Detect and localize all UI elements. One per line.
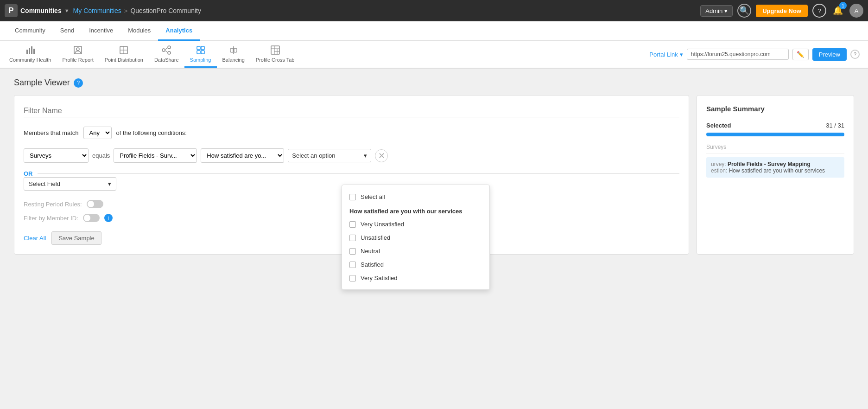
dropdown-group-label: How satisfied are you with our services <box>342 204 489 217</box>
filter-member-label: Filter by Member ID: <box>24 215 78 222</box>
nav-send[interactable]: Send <box>53 21 82 41</box>
survey-question: How satisfied are you with our services <box>729 167 825 174</box>
satisfied-label: Satisfied <box>361 261 384 268</box>
top-bar-right: Admin ▾ 🔍 Upgrade Now ? 🔔 1 A <box>700 4 863 18</box>
survey-name: Profile Fields - Survey Mapping <box>728 161 811 167</box>
condition-row: Surveys equals Profile Fields - Surv... … <box>24 148 679 163</box>
analytics-profile-report[interactable]: Profile Report <box>57 41 99 68</box>
preview-help-icon[interactable]: ? <box>850 50 860 59</box>
svg-rect-1 <box>29 48 30 54</box>
dropdown-popup-inner: Select all How satisfied are you with ou… <box>342 185 489 289</box>
very-unsatisfied-checkbox[interactable] <box>349 221 356 228</box>
svg-rect-17 <box>201 51 204 54</box>
nav-incentive[interactable]: Incentive <box>82 21 120 41</box>
page-title-row: Sample Viewer ? <box>14 78 854 88</box>
breadcrumb-sep: > <box>124 7 128 14</box>
svg-point-5 <box>76 48 79 51</box>
svg-line-13 <box>165 51 168 52</box>
filter-member-help-icon[interactable]: i <box>104 214 113 222</box>
dropdown-option-unsatisfied[interactable]: Unsatisfied <box>342 231 489 244</box>
dropdown-option-neutral[interactable]: Neutral <box>342 244 489 258</box>
search-button[interactable]: 🔍 <box>737 4 751 18</box>
condition-equals-label: equals <box>92 152 110 159</box>
svg-rect-14 <box>197 46 200 50</box>
dropdown-select-all[interactable]: Select all <box>342 190 489 204</box>
satisfied-checkbox[interactable] <box>349 262 356 268</box>
breadcrumb: My Communities > QuestionPro Community <box>73 7 201 14</box>
admin-button[interactable]: Admin ▾ <box>700 5 733 17</box>
very-satisfied-label: Very Satisfied <box>361 275 398 281</box>
brand-chevron-icon: ▼ <box>64 8 70 13</box>
analytics-sampling[interactable]: Sampling <box>184 41 217 68</box>
notification-badge: 1 <box>839 2 847 9</box>
condition-field3-select[interactable]: How satisfied are yo... <box>201 148 284 163</box>
nav-community[interactable]: Community <box>7 21 53 41</box>
save-sample-button[interactable]: Save Sample <box>51 231 101 245</box>
dropdown-option-very-unsatisfied[interactable]: Very Unsatisfied <box>342 217 489 231</box>
match-row: Members that match Any All of the follow… <box>24 127 679 139</box>
dropdown-option-very-satisfied[interactable]: Very Satisfied <box>342 271 489 285</box>
brand: P Communities ▼ <box>5 4 70 17</box>
match-suffix: of the following conditions: <box>116 129 187 136</box>
analytics-community-health[interactable]: Community Health <box>4 41 57 68</box>
svg-rect-16 <box>197 51 200 54</box>
sampling-icon <box>196 45 206 55</box>
analytics-point-distribution[interactable]: Point Distribution <box>99 41 149 68</box>
point-distribution-icon <box>119 45 129 55</box>
preview-label: Preview <box>819 51 840 58</box>
remove-condition-button[interactable]: ✕ <box>375 149 388 162</box>
select-field-label: Select Field <box>29 180 60 187</box>
select-all-checkbox[interactable] <box>349 194 356 200</box>
upgrade-button[interactable]: Upgrade Now <box>756 5 808 17</box>
selected-count: 31 / 31 <box>826 122 844 129</box>
unsatisfied-label: Unsatisfied <box>361 234 390 241</box>
save-sample-label: Save Sample <box>58 235 94 242</box>
condition-option-dropdown[interactable]: Select an option ▾ <box>288 149 371 162</box>
notification-button[interactable]: 🔔 1 <box>831 4 845 18</box>
survey-tag-question: estion: How satisfied are you with our s… <box>711 167 840 174</box>
neutral-label: Neutral <box>361 248 380 255</box>
analytics-datashare[interactable]: DataShare <box>149 41 184 68</box>
sample-summary-title: Sample Summary <box>706 105 844 113</box>
resting-period-toggle[interactable] <box>87 200 103 208</box>
analytics-tools: Community Health Profile Report Point Di… <box>4 41 649 68</box>
nav-modules[interactable]: Modules <box>120 21 158 41</box>
sample-panel: Sample Summary Selected 31 / 31 Surveys … <box>697 95 854 255</box>
edit-portal-link-button[interactable]: ✏️ <box>792 49 809 60</box>
clear-all-button[interactable]: Clear All <box>24 235 46 242</box>
page-help-icon[interactable]: ? <box>74 78 83 88</box>
portal-link-button[interactable]: Portal Link ▾ <box>649 51 683 58</box>
breadcrumb-my-communities[interactable]: My Communities <box>73 7 121 14</box>
page-title: Sample Viewer <box>14 78 70 88</box>
select-field-dropdown[interactable]: Select Field ▾ <box>24 177 116 191</box>
filter-member-toggle-knob <box>84 215 90 221</box>
filter-member-toggle[interactable] <box>83 214 100 222</box>
preview-button[interactable]: Preview <box>812 48 847 61</box>
or-label: OR <box>24 170 33 177</box>
condition-field2-select[interactable]: Profile Fields - Surv... <box>114 148 197 163</box>
neutral-checkbox[interactable] <box>349 248 356 255</box>
svg-rect-2 <box>31 46 32 54</box>
analytics-profile-cross-tab[interactable]: Profile Cross Tab <box>250 41 300 68</box>
dropdown-option-satisfied[interactable]: Satisfied <box>342 258 489 271</box>
breadcrumb-current: QuestionPro Community <box>130 7 201 14</box>
upgrade-label: Upgrade Now <box>762 7 801 14</box>
brand-logo: P <box>5 4 18 17</box>
analytics-balancing[interactable]: Balancing <box>217 41 250 68</box>
nav-analytics[interactable]: Analytics <box>158 21 200 41</box>
svg-point-11 <box>168 51 171 54</box>
brand-label: Communities <box>20 7 62 14</box>
condition-field1-select[interactable]: Surveys <box>24 148 89 163</box>
portal-link-input[interactable] <box>687 49 789 60</box>
avatar-button[interactable]: A <box>849 4 863 18</box>
help-button[interactable]: ? <box>812 4 826 18</box>
very-satisfied-checkbox[interactable] <box>349 275 356 281</box>
filter-name-input[interactable] <box>24 105 679 117</box>
match-select[interactable]: Any All <box>83 127 112 139</box>
progress-bar <box>706 133 844 136</box>
portal-link-label: Portal Link <box>649 51 678 58</box>
unsatisfied-checkbox[interactable] <box>349 235 356 241</box>
survey-tag-survey: urvey: Profile Fields - Survey Mapping <box>711 161 840 167</box>
option-dropdown-popup: Select all How satisfied are you with ou… <box>342 185 490 290</box>
progress-bar-fill <box>706 133 844 136</box>
